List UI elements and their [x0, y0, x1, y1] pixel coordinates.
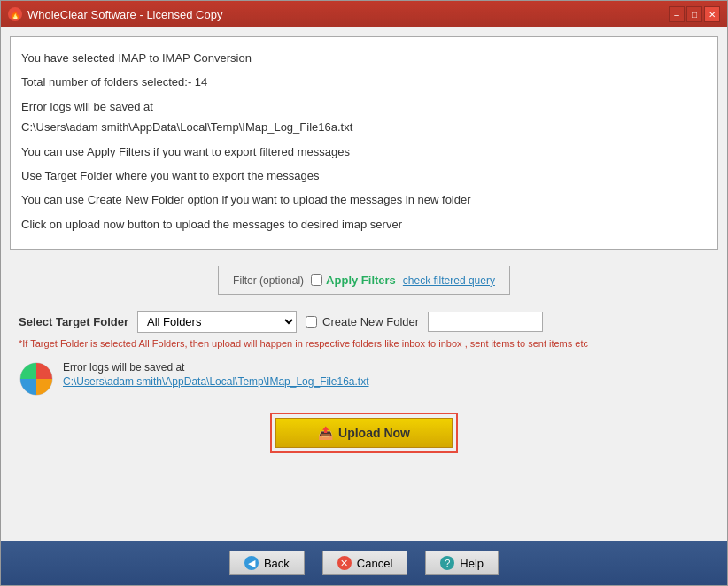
target-folder-label: Select Target Folder: [19, 315, 128, 328]
back-button[interactable]: ◀ Back: [229, 551, 305, 575]
info-line-1: You have selected IMAP to IMAP Conversio…: [21, 48, 707, 68]
filter-section: Filter (optional) Apply Filters check fi…: [10, 257, 718, 295]
window-controls: – □ ✕: [669, 6, 720, 22]
help-button[interactable]: ? Help: [425, 551, 499, 575]
filter-box: Filter (optional) Apply Filters check fi…: [218, 266, 510, 295]
pie-chart-icon: [19, 361, 54, 397]
info-line-3: Error logs will be saved atC:\Users\adam…: [21, 96, 707, 138]
apply-filters-checkbox[interactable]: [311, 274, 322, 286]
apply-filters-label[interactable]: Apply Filters: [311, 274, 396, 287]
info-box: You have selected IMAP to IMAP Conversio…: [10, 36, 718, 250]
title-bar-left: 🔥 WholeClear Software - Licensed Copy: [8, 7, 222, 21]
info-line-5: Use Target Folder where you want to expo…: [21, 166, 707, 186]
hint-text: *If Target Folder is selected All Folder…: [10, 338, 718, 349]
bottom-bar: ◀ Back ✕ Cancel ? Help: [1, 541, 727, 585]
create-folder-input[interactable]: [428, 312, 543, 332]
minimize-button[interactable]: –: [669, 6, 685, 22]
target-row: Select Target Folder All Folders Inbox S…: [10, 311, 718, 333]
error-log-path[interactable]: C:\Users\adam smith\AppData\Local\Temp\I…: [63, 375, 369, 388]
error-log-section: Error logs will be saved at C:\Users\ada…: [10, 356, 718, 402]
main-window: 🔥 WholeClear Software - Licensed Copy – …: [0, 0, 728, 586]
create-new-folder-checkbox[interactable]: [306, 316, 317, 328]
back-label: Back: [264, 557, 290, 570]
create-new-folder-text: Create New Folder: [322, 315, 419, 328]
close-button[interactable]: ✕: [704, 6, 720, 22]
apply-filters-text: Apply Filters: [326, 274, 396, 287]
content-area: You have selected IMAP to IMAP Conversio…: [1, 27, 727, 541]
back-icon: ◀: [244, 556, 259, 570]
app-icon: 🔥: [8, 7, 22, 21]
help-icon: ?: [440, 556, 454, 570]
help-label: Help: [460, 557, 484, 570]
create-new-folder-label[interactable]: Create New Folder: [306, 315, 419, 328]
upload-section: 📤 Upload Now: [10, 409, 718, 457]
error-log-content: Error logs will be saved at C:\Users\ada…: [63, 361, 369, 388]
info-line-4: You can use Apply Filters if you want to…: [21, 142, 707, 162]
cancel-icon: ✕: [337, 556, 352, 570]
upload-now-button[interactable]: 📤 Upload Now: [275, 418, 453, 448]
target-folder-select[interactable]: All Folders Inbox Sent Items Drafts Tras…: [137, 311, 297, 333]
upload-btn-label: Upload Now: [338, 426, 410, 440]
window-title: WholeClear Software - Licensed Copy: [27, 8, 222, 21]
check-filtered-query-link[interactable]: check filtered query: [403, 274, 495, 287]
filter-label: Filter (optional): [233, 274, 304, 287]
target-section: Select Target Folder All Folders Inbox S…: [10, 302, 718, 349]
title-bar: 🔥 WholeClear Software - Licensed Copy – …: [1, 1, 727, 27]
info-line-6: You can use Create New Folder option if …: [21, 189, 707, 210]
upload-icon: 📤: [318, 426, 333, 440]
error-log-label: Error logs will be saved at: [63, 361, 369, 374]
maximize-button[interactable]: □: [686, 6, 702, 22]
upload-btn-wrapper: 📤 Upload Now: [270, 413, 458, 453]
info-line-2: Total number of folders selected:- 14: [21, 72, 707, 92]
cancel-label: Cancel: [357, 557, 392, 570]
cancel-button[interactable]: ✕ Cancel: [322, 551, 407, 575]
info-line-7: Click on upload now button to upload the…: [21, 214, 707, 235]
